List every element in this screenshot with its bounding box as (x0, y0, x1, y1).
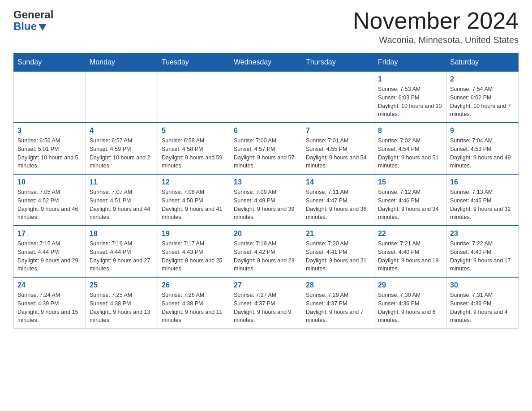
calendar-cell: 8Sunrise: 7:02 AM Sunset: 4:54 PM Daylig… (374, 123, 446, 174)
day-of-week-header: Tuesday (158, 54, 230, 72)
day-number: 11 (90, 178, 154, 186)
calendar-cell: 4Sunrise: 6:57 AM Sunset: 4:59 PM Daylig… (86, 123, 158, 174)
calendar-cell: 7Sunrise: 7:01 AM Sunset: 4:55 PM Daylig… (302, 123, 374, 174)
day-info: Sunrise: 7:29 AM Sunset: 4:37 PM Dayligh… (306, 291, 370, 325)
day-info: Sunrise: 7:11 AM Sunset: 4:47 PM Dayligh… (306, 188, 370, 222)
day-info: Sunrise: 7:15 AM Sunset: 4:44 PM Dayligh… (17, 240, 82, 273)
calendar-cell: 13Sunrise: 7:09 AM Sunset: 4:49 PM Dayli… (230, 174, 302, 226)
day-number: 25 (90, 281, 154, 289)
calendar-cell: 5Sunrise: 6:58 AM Sunset: 4:58 PM Daylig… (158, 123, 230, 174)
day-number: 8 (378, 127, 442, 135)
calendar-cell: 25Sunrise: 7:25 AM Sunset: 4:38 PM Dayli… (86, 277, 158, 329)
week-row: 17Sunrise: 7:15 AM Sunset: 4:44 PM Dayli… (14, 226, 519, 277)
day-number: 18 (90, 230, 154, 238)
day-number: 24 (17, 281, 82, 289)
day-number: 3 (17, 127, 82, 135)
day-info: Sunrise: 7:02 AM Sunset: 4:54 PM Dayligh… (378, 137, 442, 170)
day-info: Sunrise: 7:13 AM Sunset: 4:45 PM Dayligh… (450, 188, 515, 222)
day-number: 23 (450, 230, 515, 238)
day-number: 1 (378, 75, 442, 83)
day-info: Sunrise: 7:17 AM Sunset: 4:43 PM Dayligh… (162, 240, 226, 273)
day-info: Sunrise: 7:25 AM Sunset: 4:38 PM Dayligh… (90, 291, 154, 325)
day-of-week-header: Saturday (446, 54, 519, 72)
logo-blue-text: Blue (13, 21, 53, 32)
calendar-cell: 2Sunrise: 7:54 AM Sunset: 6:02 PM Daylig… (446, 71, 519, 123)
day-of-week-header: Monday (86, 54, 158, 72)
day-info: Sunrise: 7:54 AM Sunset: 6:02 PM Dayligh… (450, 85, 515, 119)
day-number: 16 (450, 178, 515, 186)
day-info: Sunrise: 7:26 AM Sunset: 4:38 PM Dayligh… (162, 291, 226, 325)
day-info: Sunrise: 7:21 AM Sunset: 4:40 PM Dayligh… (378, 240, 442, 273)
day-info: Sunrise: 7:22 AM Sunset: 4:40 PM Dayligh… (450, 240, 515, 273)
day-info: Sunrise: 7:12 AM Sunset: 4:46 PM Dayligh… (378, 188, 442, 222)
day-info: Sunrise: 7:30 AM Sunset: 4:36 PM Dayligh… (378, 291, 442, 325)
day-number: 17 (17, 230, 82, 238)
day-number: 28 (306, 281, 370, 289)
page-header: General Blue November 2024 Waconia, Minn… (13, 9, 519, 45)
day-number: 21 (306, 230, 370, 238)
calendar-cell: 9Sunrise: 7:04 AM Sunset: 4:53 PM Daylig… (446, 123, 519, 174)
calendar-cell: 3Sunrise: 6:56 AM Sunset: 5:01 PM Daylig… (14, 123, 86, 174)
day-info: Sunrise: 6:57 AM Sunset: 4:59 PM Dayligh… (90, 137, 154, 170)
day-number: 4 (90, 127, 154, 135)
calendar-cell: 26Sunrise: 7:26 AM Sunset: 4:38 PM Dayli… (158, 277, 230, 329)
calendar-cell: 20Sunrise: 7:19 AM Sunset: 4:42 PM Dayli… (230, 226, 302, 277)
day-info: Sunrise: 6:56 AM Sunset: 5:01 PM Dayligh… (17, 137, 82, 170)
calendar-cell: 27Sunrise: 7:27 AM Sunset: 4:37 PM Dayli… (230, 277, 302, 329)
calendar-cell (86, 71, 158, 123)
day-number: 10 (17, 178, 82, 186)
calendar-cell: 16Sunrise: 7:13 AM Sunset: 4:45 PM Dayli… (446, 174, 519, 226)
day-info: Sunrise: 7:16 AM Sunset: 4:44 PM Dayligh… (90, 240, 154, 273)
day-number: 9 (450, 127, 515, 135)
calendar-cell: 23Sunrise: 7:22 AM Sunset: 4:40 PM Dayli… (446, 226, 519, 277)
calendar-cell: 12Sunrise: 7:08 AM Sunset: 4:50 PM Dayli… (158, 174, 230, 226)
logo-arrow-icon (38, 22, 47, 32)
calendar-cell: 17Sunrise: 7:15 AM Sunset: 4:44 PM Dayli… (14, 226, 86, 277)
day-number: 20 (234, 230, 298, 238)
day-number: 15 (378, 178, 442, 186)
calendar-table: SundayMondayTuesdayWednesdayThursdayFrid… (13, 53, 519, 329)
calendar-cell: 14Sunrise: 7:11 AM Sunset: 4:47 PM Dayli… (302, 174, 374, 226)
day-number: 29 (378, 281, 442, 289)
day-number: 14 (306, 178, 370, 186)
day-number: 26 (162, 281, 226, 289)
day-number: 22 (378, 230, 442, 238)
day-info: Sunrise: 7:05 AM Sunset: 4:52 PM Dayligh… (17, 188, 82, 222)
calendar-cell: 29Sunrise: 7:30 AM Sunset: 4:36 PM Dayli… (374, 277, 446, 329)
calendar-cell: 11Sunrise: 7:07 AM Sunset: 4:51 PM Dayli… (86, 174, 158, 226)
day-of-week-header: Thursday (302, 54, 374, 72)
day-number: 5 (162, 127, 226, 135)
day-info: Sunrise: 6:58 AM Sunset: 4:58 PM Dayligh… (162, 137, 226, 170)
day-of-week-header: Sunday (14, 54, 86, 72)
day-info: Sunrise: 7:31 AM Sunset: 4:36 PM Dayligh… (450, 291, 515, 325)
calendar-cell (302, 71, 374, 123)
calendar-cell (158, 71, 230, 123)
day-info: Sunrise: 7:01 AM Sunset: 4:55 PM Dayligh… (306, 137, 370, 170)
day-number: 30 (450, 281, 515, 289)
day-number: 2 (450, 75, 515, 83)
calendar-cell: 21Sunrise: 7:20 AM Sunset: 4:41 PM Dayli… (302, 226, 374, 277)
day-info: Sunrise: 7:00 AM Sunset: 4:57 PM Dayligh… (234, 137, 298, 170)
month-title: November 2024 (353, 9, 519, 32)
svg-marker-0 (39, 24, 47, 31)
day-info: Sunrise: 7:08 AM Sunset: 4:50 PM Dayligh… (162, 188, 226, 222)
day-number: 19 (162, 230, 226, 238)
calendar-cell: 28Sunrise: 7:29 AM Sunset: 4:37 PM Dayli… (302, 277, 374, 329)
day-info: Sunrise: 7:24 AM Sunset: 4:39 PM Dayligh… (17, 291, 82, 325)
day-of-week-header: Wednesday (230, 54, 302, 72)
calendar-cell: 15Sunrise: 7:12 AM Sunset: 4:46 PM Dayli… (374, 174, 446, 226)
title-block: November 2024 Waconia, Minnesota, United… (353, 9, 519, 45)
logo-general-text: General (13, 9, 53, 21)
logo: General Blue (13, 9, 53, 33)
day-of-week-header: Friday (374, 54, 446, 72)
calendar-cell (230, 71, 302, 123)
calendar-cell: 30Sunrise: 7:31 AM Sunset: 4:36 PM Dayli… (446, 277, 519, 329)
day-info: Sunrise: 7:04 AM Sunset: 4:53 PM Dayligh… (450, 137, 515, 170)
day-number: 6 (234, 127, 298, 135)
calendar-header-row: SundayMondayTuesdayWednesdayThursdayFrid… (14, 54, 519, 72)
calendar-cell: 1Sunrise: 7:53 AM Sunset: 6:03 PM Daylig… (374, 71, 446, 123)
week-row: 1Sunrise: 7:53 AM Sunset: 6:03 PM Daylig… (14, 71, 519, 123)
day-info: Sunrise: 7:07 AM Sunset: 4:51 PM Dayligh… (90, 188, 154, 222)
calendar-cell (14, 71, 86, 123)
day-info: Sunrise: 7:27 AM Sunset: 4:37 PM Dayligh… (234, 291, 298, 325)
